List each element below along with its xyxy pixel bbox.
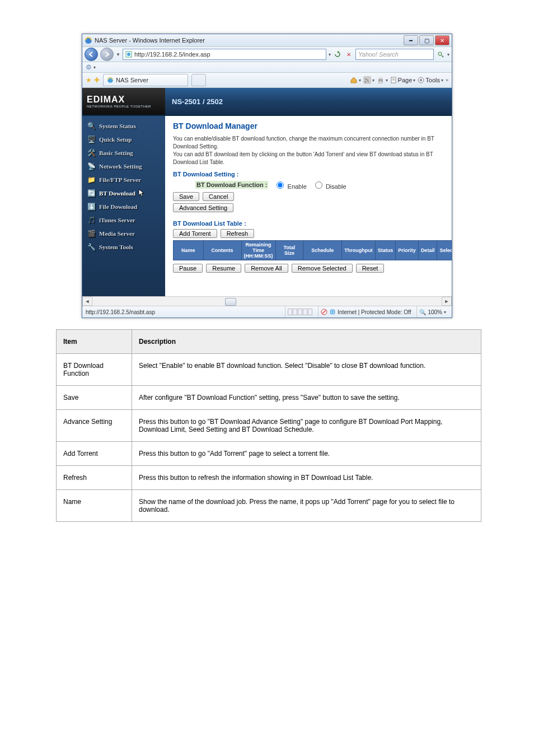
- download-icon: ⬇️: [87, 202, 96, 211]
- page-content: EDIMAX NETWORKING PEOPLE TOGETHER NS-250…: [82, 88, 452, 306]
- sidebar-item-itunes[interactable]: 🎵 iTunes Server: [82, 213, 165, 227]
- minimize-button[interactable]: ━: [404, 35, 418, 45]
- table-header-item: Item: [57, 330, 132, 354]
- zoom-control[interactable]: 🔍 100% ▾: [416, 306, 448, 318]
- zoom-dropdown-icon[interactable]: ▾: [444, 310, 446, 315]
- list-heading: BT Download List Table :: [173, 220, 444, 227]
- disable-radio[interactable]: Disable: [312, 180, 346, 190]
- cancel-button[interactable]: Cancel: [203, 192, 234, 201]
- tab-nas-server[interactable]: NAS Server: [103, 74, 188, 86]
- col-throughput: Throughput: [342, 241, 375, 260]
- titlebar: NAS Server - Windows Internet Explorer ━…: [82, 34, 452, 47]
- itunes-icon: 🎵: [87, 216, 96, 225]
- svg-rect-10: [379, 81, 382, 83]
- sidebar-item-quick-setup[interactable]: 🖥️ Quick Setup: [82, 133, 165, 146]
- save-button[interactable]: Save: [173, 192, 199, 201]
- address-dropdown-icon[interactable]: ▾: [329, 52, 331, 57]
- remove-selected-button[interactable]: Remove Selected: [292, 264, 353, 273]
- status-icon: 🔍: [87, 122, 96, 130]
- description-table: Item Description BT Download Function Se…: [56, 329, 481, 522]
- compat-view-icon[interactable]: ⚙: [86, 63, 92, 71]
- status-url: http://192.168.2.5/nasbt.asp: [86, 309, 155, 315]
- svg-point-18: [330, 309, 335, 315]
- favorites-star-icon[interactable]: ★: [86, 76, 92, 84]
- statusbar: http://192.168.2.5/nasbt.asp Internet | …: [82, 306, 452, 318]
- print-button[interactable]: ▾: [377, 76, 388, 84]
- sidebar-item-network-setting[interactable]: 📡 Network Setting: [82, 160, 165, 173]
- page-menu[interactable]: Page ▾: [390, 77, 416, 83]
- enable-radio[interactable]: Enable: [274, 180, 306, 190]
- tab-label: NAS Server: [116, 77, 148, 83]
- address-input[interactable]: http://192.168.2.5/index.asp: [123, 49, 326, 60]
- tools-menu[interactable]: Tools ▾: [418, 77, 443, 83]
- sidebar-item-system-tools[interactable]: 🔧 System Tools: [82, 240, 165, 254]
- col-schedule: Schedule: [303, 241, 342, 260]
- svg-rect-9: [379, 77, 382, 79]
- tools-icon: 🔧: [87, 242, 96, 251]
- sidebar-item-file-download[interactable]: ⬇️ File Download: [82, 200, 165, 213]
- more-chevron-icon[interactable]: »: [446, 77, 448, 83]
- svg-line-4: [442, 55, 443, 57]
- table-row: Refresh Press this button to refresh the…: [57, 466, 481, 490]
- remove-all-button[interactable]: Remove All: [245, 264, 288, 273]
- page-icon: [125, 51, 132, 58]
- refresh-button[interactable]: Refresh: [221, 229, 255, 238]
- home-button[interactable]: ▾: [350, 76, 361, 84]
- zoom-icon: 🔍: [419, 309, 426, 315]
- compat-dropdown-icon[interactable]: ▾: [93, 65, 96, 70]
- sidebar-item-file-ftp[interactable]: 📁 File/FTP Server: [82, 173, 165, 186]
- page-title: BT Download Manager: [173, 122, 444, 130]
- scroll-right-icon[interactable]: ►: [442, 297, 452, 306]
- search-go-button[interactable]: [436, 49, 445, 59]
- advanced-setting-button[interactable]: Advanced Setting: [173, 203, 233, 212]
- ie-logo-icon: [85, 36, 92, 44]
- scroll-thumb[interactable]: [225, 298, 236, 306]
- col-name: Name: [174, 241, 204, 260]
- progress-cells: [288, 309, 312, 315]
- search-input[interactable]: Yahoo! Search: [355, 49, 434, 60]
- address-url: http://192.168.2.5/index.asp: [134, 51, 210, 58]
- page-header: EDIMAX NETWORKING PEOPLE TOGETHER NS-250…: [82, 88, 452, 116]
- forward-button[interactable]: [100, 48, 114, 61]
- col-status: Status: [375, 241, 396, 260]
- col-select: Select: [437, 241, 452, 260]
- sidebar-item-media-server[interactable]: 🎬 Media Server: [82, 227, 165, 240]
- globe-icon: [329, 309, 336, 315]
- back-button[interactable]: [85, 48, 98, 61]
- scroll-left-icon[interactable]: ◄: [82, 297, 92, 306]
- bt-function-label: BT Download Function :: [195, 181, 268, 189]
- refresh-button[interactable]: [333, 49, 342, 59]
- add-torrent-button[interactable]: Add Torrent: [173, 229, 217, 238]
- table-row: BT Download Function Select "Enable" to …: [57, 354, 481, 386]
- search-dropdown-icon[interactable]: ▾: [447, 52, 449, 57]
- svg-point-7: [364, 81, 366, 83]
- recent-dropdown-icon[interactable]: ▼: [116, 52, 120, 57]
- addressbar: ▼ http://192.168.2.5/index.asp ▾ ✕ Yahoo…: [82, 47, 452, 62]
- cursor-icon: [138, 189, 146, 198]
- tabbar: ★ ✚ NAS Server ▾ ▾: [82, 73, 452, 88]
- maximize-button[interactable]: ▢: [419, 35, 434, 45]
- feeds-button[interactable]: ▾: [363, 76, 374, 84]
- page-description: You can enable/disable BT download funct…: [173, 135, 444, 166]
- col-detail: Detail: [418, 241, 437, 260]
- add-favorites-icon[interactable]: ✚: [94, 76, 100, 84]
- ie-window: NAS Server - Windows Internet Explorer ━…: [82, 34, 452, 318]
- col-contents: Contents: [203, 241, 241, 260]
- resume-button[interactable]: Resume: [206, 264, 241, 273]
- sidebar-item-bt-download[interactable]: 🔄 BT Download: [82, 186, 165, 200]
- sidebar-item-basic-setting[interactable]: 🛠️ Basic Setting: [82, 146, 165, 160]
- close-button[interactable]: ✕: [435, 35, 449, 45]
- svg-point-15: [420, 79, 422, 81]
- main-panel: BT Download Manager You can enable/disab…: [165, 116, 452, 296]
- network-icon: 📡: [87, 162, 96, 171]
- search-placeholder: Yahoo! Search: [358, 51, 399, 58]
- zone-indicator[interactable]: Internet | Protected Mode: Off: [318, 306, 413, 318]
- sidebar-item-system-status[interactable]: 🔍 System Status: [82, 119, 165, 133]
- pause-button[interactable]: Pause: [173, 264, 203, 273]
- new-tab-button[interactable]: [191, 74, 206, 86]
- zoom-value: 100%: [428, 309, 442, 315]
- col-priority: Priority: [396, 241, 419, 260]
- stop-button[interactable]: ✕: [344, 49, 353, 59]
- reset-button[interactable]: Reset: [356, 264, 385, 273]
- horizontal-scrollbar[interactable]: ◄ ►: [82, 296, 452, 306]
